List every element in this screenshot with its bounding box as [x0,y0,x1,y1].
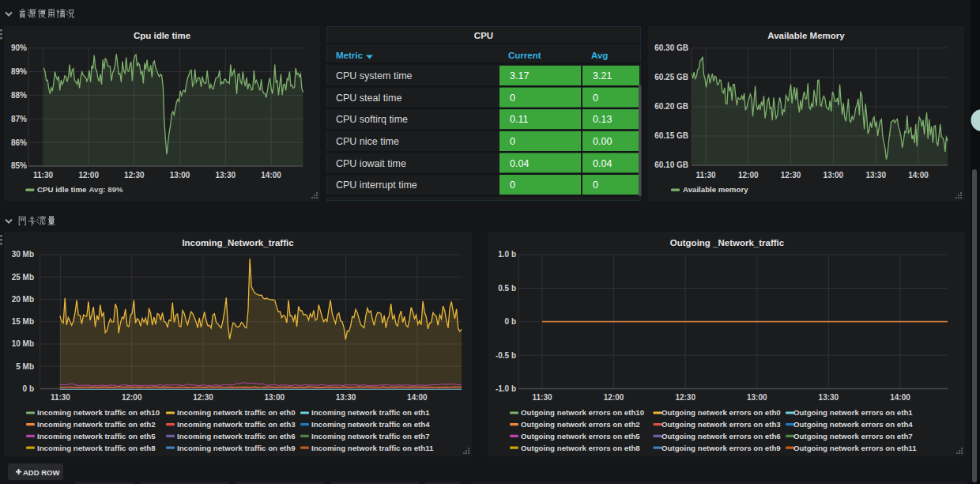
svg-text:0.04: 0.04 [510,158,529,169]
svg-text:-0.5 b: -0.5 b [496,351,516,360]
svg-text:Avg: Avg [591,51,608,60]
svg-text:14:00: 14:00 [890,393,910,402]
svg-text:88%: 88% [11,91,27,100]
svg-text:5 Mb: 5 Mb [16,362,34,371]
svg-text:14:00: 14:00 [407,393,428,402]
svg-text:Incoming network traffic on et: Incoming network traffic on eth3 [177,420,296,429]
svg-text:Available memory: Available memory [683,185,748,194]
svg-text:25 Mb: 25 Mb [12,273,34,282]
svg-text:0 b: 0 b [505,317,516,326]
svg-text:0: 0 [593,93,598,104]
svg-text:60.30 GB: 60.30 GB [654,43,688,52]
svg-text:0: 0 [510,180,515,191]
svg-text:Incoming network traffic on et: Incoming network traffic on eth1 [311,408,430,417]
svg-text:Outgoing network errors on eth: Outgoing network errors on eth7 [793,432,913,441]
svg-text:12:00: 12:00 [122,393,142,402]
svg-text:CPU steal time: CPU steal time [336,93,401,104]
svg-text:-1.0 b: -1.0 b [496,384,516,393]
svg-text:CPU softirq time: CPU softirq time [336,114,408,125]
svg-text:13:00: 13:00 [265,393,285,402]
svg-text:CPU system time: CPU system time [336,70,413,81]
svg-text:13:30: 13:30 [336,393,356,402]
svg-text:85%: 85% [11,161,27,170]
svg-text:Outgoing network errors on eth: Outgoing network errors on eth2 [521,420,640,429]
svg-text:60.20 GB: 60.20 GB [654,102,688,111]
svg-text:11:30: 11:30 [33,171,53,180]
svg-text:Incoming network traffic on et: Incoming network traffic on eth0 [177,408,296,417]
svg-text:1.0 b: 1.0 b [498,250,516,259]
svg-text:86%: 86% [11,138,27,147]
svg-text:12:00: 12:00 [78,171,99,180]
svg-text:60.25 GB: 60.25 GB [654,73,688,81]
svg-text:0: 0 [593,180,598,191]
svg-text:10 Mb: 10 Mb [12,339,34,348]
svg-text:Incoming network traffic on et: Incoming network traffic on eth7 [311,432,430,441]
svg-text:12:00: 12:00 [604,393,624,402]
svg-text:0.5 b: 0.5 b [498,284,516,293]
svg-text:Available Memory: Available Memory [767,31,845,40]
svg-text:0.13: 0.13 [593,114,612,125]
svg-text:13:30: 13:30 [819,393,839,402]
svg-text:20 Mb: 20 Mb [12,295,34,304]
svg-text:60.15 GB: 60.15 GB [654,131,688,140]
svg-text:12:30: 12:30 [193,393,213,402]
svg-text:Incoming network traffic on et: Incoming network traffic on eth9 [177,444,296,452]
svg-text:Outgoing network errors on eth: Outgoing network errors on eth4 [793,420,913,429]
svg-text:Outgoing network errors on eth: Outgoing network errors on eth8 [521,444,640,452]
svg-text:13:00: 13:00 [747,393,767,402]
svg-text:Metric: Metric [336,51,363,60]
svg-text:Current: Current [508,51,541,60]
svg-text:Incoming network traffic on et: Incoming network traffic on eth6 [177,432,296,441]
svg-text:Incoming network traffic on et: Incoming network traffic on eth5 [37,432,156,441]
svg-text:Incoming network traffic on et: Incoming network traffic on eth4 [311,420,430,429]
svg-text:87%: 87% [11,115,27,123]
svg-text:Outgoing network errors on eth: Outgoing network errors on eth6 [662,432,781,441]
svg-text:Outgoing network errors on eth: Outgoing network errors on eth1 [793,408,913,417]
svg-text:Outgoing network errors on eth: Outgoing network errors on eth5 [521,432,640,441]
svg-text:Incoming network traffic on et: Incoming network traffic on eth11 [311,444,434,452]
svg-text:0: 0 [510,93,515,104]
svg-text:Incoming_Network_traffic: Incoming_Network_traffic [182,238,294,248]
svg-text:60.10 GB: 60.10 GB [654,161,688,169]
svg-text:11:30: 11:30 [695,171,715,180]
svg-text:Incoming network traffic on et: Incoming network traffic on eth2 [37,420,156,429]
svg-text:13:00: 13:00 [824,171,844,180]
svg-text:30 Mb: 30 Mb [12,250,34,259]
svg-text:13:00: 13:00 [170,171,190,180]
svg-text:CPU: CPU [474,31,493,40]
svg-text:12:30: 12:30 [781,171,801,180]
svg-text:14:00: 14:00 [261,171,281,180]
svg-text:90%: 90% [11,43,27,52]
svg-text:3.17: 3.17 [510,70,529,81]
svg-text:12:30: 12:30 [675,393,695,402]
svg-text:12:30: 12:30 [124,171,145,180]
svg-text:ADD ROW: ADD ROW [23,468,59,477]
svg-text:CPU iowait time: CPU iowait time [336,158,406,169]
svg-text:Incoming network traffic on et: Incoming network traffic on eth8 [37,444,156,452]
svg-text:CPU interrupt time: CPU interrupt time [336,180,417,191]
svg-text:89%: 89% [11,67,27,76]
svg-text:0.11: 0.11 [510,114,528,125]
svg-text:0.04: 0.04 [593,158,612,169]
svg-text:0.00: 0.00 [593,136,612,147]
svg-text:0 b: 0 b [23,384,34,393]
svg-text:Outgoing network errors on eth: Outgoing network errors on eth11 [793,444,917,452]
svg-text:Outgoing _Network_traffic: Outgoing _Network_traffic [670,238,785,248]
svg-text:3.21: 3.21 [593,70,612,81]
svg-text:Outgoing network errors on eth: Outgoing network errors on eth3 [662,420,781,429]
svg-text:Outgoing network errors on eth: Outgoing network errors on eth9 [662,444,781,452]
svg-text:12:00: 12:00 [738,171,759,180]
svg-text:15 Mb: 15 Mb [12,317,34,326]
svg-text:0: 0 [510,136,515,147]
svg-text:CPU idle time: CPU idle time [37,185,87,194]
svg-text:Incoming network traffic on et: Incoming network traffic on eth10 [37,408,160,417]
svg-text:14:00: 14:00 [908,171,929,180]
svg-text:Avg: 89%: Avg: 89% [89,185,123,194]
svg-text:13:30: 13:30 [216,171,236,180]
svg-text:Outgoing network errors on eth: Outgoing network errors on eth10 [521,408,644,417]
svg-text:CPU nice time: CPU nice time [336,136,399,147]
svg-text:Outgoing network errors on eth: Outgoing network errors on eth0 [662,408,781,417]
svg-text:13:30: 13:30 [865,171,886,180]
svg-text:Cpu idle time: Cpu idle time [134,31,190,40]
svg-text:11:30: 11:30 [532,393,552,402]
